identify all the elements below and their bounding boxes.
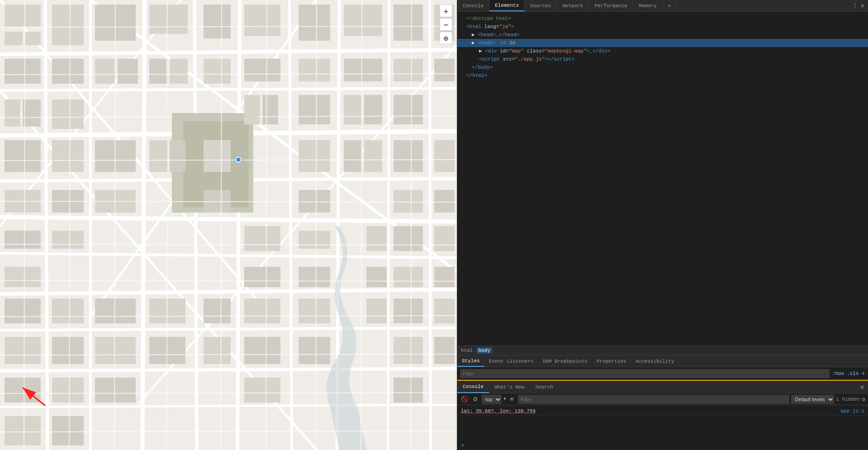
svg-rect-94 bbox=[95, 298, 136, 323]
zoom-out-button[interactable]: − bbox=[440, 18, 452, 31]
console-toolbar: 🚫 ⚙ top ▼ 👁 Default levels 1 hidden ⚙ bbox=[457, 393, 868, 405]
svg-rect-52 bbox=[299, 5, 330, 41]
svg-rect-45 bbox=[170, 59, 188, 84]
svg-rect-117 bbox=[434, 226, 455, 251]
svg-rect-78 bbox=[299, 190, 330, 213]
location-marker bbox=[235, 156, 242, 163]
svg-rect-33 bbox=[52, 5, 84, 45]
svg-rect-87 bbox=[5, 337, 41, 364]
close-devtools-icon[interactable]: ✕ bbox=[861, 2, 864, 9]
svg-rect-105 bbox=[244, 378, 280, 403]
svg-rect-116 bbox=[394, 378, 423, 403]
console-levels-select[interactable]: Default levels bbox=[791, 395, 834, 404]
svg-rect-58 bbox=[364, 95, 382, 124]
svg-rect-98 bbox=[149, 337, 185, 364]
console-tab-whats-new[interactable]: What's New bbox=[489, 381, 530, 393]
console-log-source[interactable]: app.js:1 bbox=[840, 407, 864, 415]
breadcrumb-body[interactable]: body bbox=[476, 347, 492, 354]
svg-rect-100 bbox=[204, 337, 231, 364]
svg-rect-110 bbox=[366, 267, 387, 287]
cls-filter-button[interactable]: .cls bbox=[847, 371, 859, 376]
breadcrumb-html[interactable]: html bbox=[461, 348, 473, 353]
styles-tab-dom-breakpoints[interactable]: DOM Breakpoints bbox=[538, 355, 592, 367]
svg-rect-67 bbox=[5, 267, 41, 287]
svg-rect-108 bbox=[299, 337, 330, 364]
svg-rect-112 bbox=[394, 226, 423, 251]
svg-rect-44 bbox=[149, 59, 167, 84]
svg-line-16 bbox=[237, 0, 240, 450]
console-eye-button[interactable]: 👁 bbox=[508, 395, 516, 403]
svg-rect-61 bbox=[394, 95, 423, 124]
styles-tab-properties[interactable]: Properties bbox=[592, 355, 631, 367]
svg-rect-84 bbox=[434, 140, 455, 172]
styles-tab-styles[interactable]: Styles bbox=[457, 355, 484, 367]
svg-rect-95 bbox=[95, 337, 136, 364]
console-gear-icon[interactable]: ⚙ bbox=[862, 396, 865, 403]
styles-tab-event-listeners[interactable]: Event Listeners bbox=[484, 355, 538, 367]
tab-performance[interactable]: Performance bbox=[589, 0, 633, 11]
svg-rect-73 bbox=[149, 140, 167, 172]
compass-button[interactable]: ⊕ bbox=[440, 32, 452, 44]
svg-rect-64 bbox=[5, 140, 41, 172]
tab-elements[interactable]: Elements bbox=[489, 0, 525, 11]
svg-rect-66 bbox=[5, 231, 41, 249]
tab-memory[interactable]: Memory bbox=[633, 0, 663, 11]
svg-rect-48 bbox=[244, 5, 280, 36]
svg-rect-104 bbox=[244, 337, 280, 364]
svg-rect-80 bbox=[344, 140, 362, 172]
console-tab-console[interactable]: Console bbox=[457, 381, 489, 393]
svg-rect-68 bbox=[52, 140, 84, 172]
svg-rect-57 bbox=[344, 95, 362, 124]
devtools-toolbar-icons: ⋮ ✕ bbox=[848, 2, 868, 9]
console-filter-input[interactable] bbox=[518, 395, 789, 404]
dom-line-head[interactable]: ▶ <head>_</head> bbox=[457, 31, 868, 39]
devtools-panel: Console Elements Sources Network Perform… bbox=[457, 0, 868, 450]
svg-rect-96 bbox=[95, 378, 136, 403]
console-prompt: > bbox=[461, 442, 465, 449]
svg-rect-93 bbox=[52, 416, 84, 445]
svg-rect-37 bbox=[95, 59, 115, 84]
dom-line-div-map[interactable]: ▶ <div id="map" class="mapboxgl-map">_</… bbox=[457, 47, 868, 55]
clear-console-button[interactable]: 🚫 bbox=[460, 395, 469, 404]
tab-network[interactable]: Network bbox=[557, 0, 589, 11]
console-input[interactable] bbox=[466, 443, 864, 449]
add-style-button[interactable]: + bbox=[862, 370, 865, 377]
tab-sources[interactable]: Sources bbox=[525, 0, 557, 11]
svg-rect-31 bbox=[5, 99, 20, 127]
svg-rect-86 bbox=[5, 298, 41, 323]
tab-console[interactable]: Console bbox=[457, 0, 489, 11]
styles-tabs: Styles Event Listeners DOM Breakpoints P… bbox=[457, 355, 868, 367]
console-log-entry: lat: 35.687, lon: 139.759 app.js:1 bbox=[457, 407, 868, 416]
svg-rect-101 bbox=[244, 226, 280, 251]
customize-icon[interactable]: ⋮ bbox=[852, 2, 858, 9]
svg-rect-88 bbox=[5, 378, 41, 403]
dom-line-body[interactable]: ▶ <body> == $0 bbox=[457, 39, 868, 47]
svg-line-20 bbox=[430, 0, 431, 450]
svg-rect-35 bbox=[52, 99, 84, 129]
svg-rect-30 bbox=[5, 59, 41, 84]
console-context-select[interactable]: top bbox=[482, 395, 502, 404]
svg-rect-111 bbox=[366, 298, 387, 323]
svg-rect-75 bbox=[204, 140, 231, 172]
console-tab-search[interactable]: Search bbox=[530, 381, 559, 393]
hidden-count: 1 hidden bbox=[836, 397, 860, 402]
svg-rect-90 bbox=[52, 298, 84, 323]
zoom-in-button[interactable]: + bbox=[440, 5, 452, 17]
styles-filter-row: :hov .cls + bbox=[457, 367, 868, 380]
svg-rect-43 bbox=[149, 5, 188, 34]
tab-more[interactable]: » bbox=[663, 0, 677, 11]
console-settings-button[interactable]: ⚙ bbox=[471, 395, 480, 404]
dom-line-html[interactable]: <html lang="ja"> bbox=[457, 23, 868, 31]
svg-rect-113 bbox=[394, 267, 423, 287]
svg-rect-83 bbox=[394, 190, 423, 213]
dom-line-body-close: </body> bbox=[457, 63, 868, 71]
dom-line-script[interactable]: <script src="./app.js"></script> bbox=[457, 55, 868, 63]
styles-filter-input[interactable] bbox=[460, 369, 830, 378]
styles-tab-accessibility[interactable]: Accessibility bbox=[631, 355, 679, 367]
svg-rect-109 bbox=[366, 226, 387, 251]
svg-rect-59 bbox=[394, 5, 423, 41]
svg-line-19 bbox=[388, 0, 389, 450]
close-console-button[interactable]: ✕ bbox=[856, 383, 868, 392]
hov-filter-button[interactable]: :hov bbox=[832, 371, 844, 376]
console-header-tabs: Console What's New Search ✕ bbox=[457, 381, 868, 393]
